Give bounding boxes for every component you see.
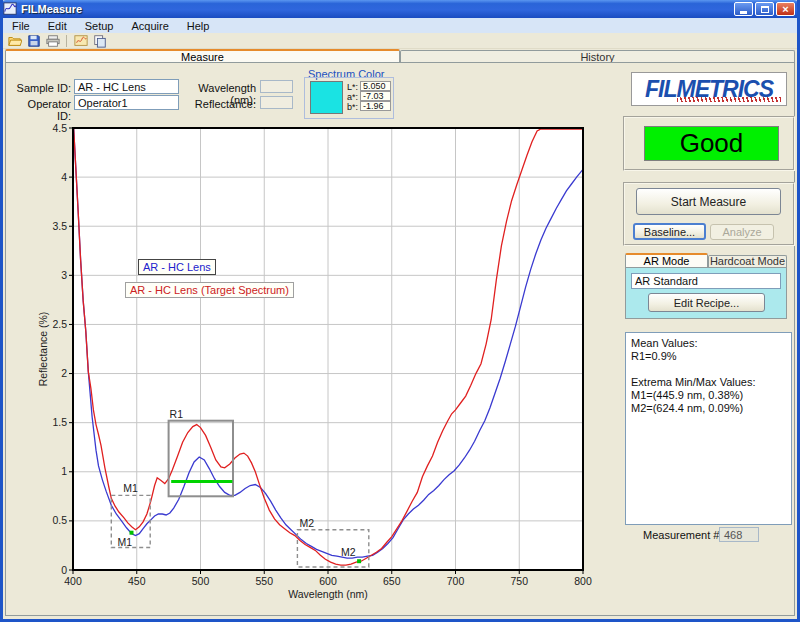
recipe-input[interactable]: AR Standard — [631, 273, 781, 289]
tab-ar-mode[interactable]: AR Mode — [625, 253, 708, 267]
svg-text:M1: M1 — [118, 536, 133, 548]
menu-item-acquire[interactable]: Acquire — [122, 20, 177, 32]
app-window: FILMeasure × FileEditSetupAcquireHelp Me… — [0, 0, 800, 622]
spectrum-plot[interactable]: M1R1M2M1M240045050055060065070075080000.… — [33, 115, 603, 605]
lab-b-label: b*: — [344, 102, 358, 112]
svg-text:450: 450 — [128, 575, 146, 587]
svg-text:700: 700 — [447, 575, 465, 587]
svg-text:2: 2 — [61, 367, 67, 379]
svg-text:500: 500 — [192, 575, 210, 587]
close-button[interactable]: × — [776, 2, 795, 16]
measurement-number-field: 468 — [719, 527, 759, 542]
svg-text:1: 1 — [61, 465, 67, 477]
legend-target: AR - HC Lens (Target Spectrum) — [125, 282, 294, 298]
spectrum-chart: M1R1M2M1M240045050055060065070075080000.… — [33, 115, 603, 605]
svg-text:Wavelength (nm): Wavelength (nm) — [288, 588, 368, 600]
svg-text:800: 800 — [574, 575, 592, 587]
svg-text:3.5: 3.5 — [52, 220, 67, 232]
toolbar-separator — [66, 35, 67, 47]
svg-text:4.5: 4.5 — [52, 122, 67, 134]
menu-item-edit[interactable]: Edit — [39, 20, 76, 32]
logo-hatch-decoration — [677, 97, 781, 102]
results-box: Mean Values: R1=0.9% Extrema Min/Max Val… — [625, 332, 792, 525]
operator-id-input[interactable]: Operator1 — [74, 95, 179, 110]
acquire-reference-icon[interactable] — [72, 33, 89, 48]
menu-item-setup[interactable]: Setup — [76, 20, 123, 32]
menu-item-help[interactable]: Help — [178, 20, 219, 32]
copy-to-clipboard-icon[interactable] — [91, 33, 108, 48]
tab-hardcoat-mode[interactable]: Hardcoat Mode — [708, 255, 787, 267]
app-icon — [3, 2, 17, 16]
reflectance-label: Reflectance: — [181, 98, 256, 110]
svg-text:550: 550 — [255, 575, 273, 587]
sample-id-label: Sample ID: — [11, 82, 71, 94]
title-bar[interactable]: FILMeasure × — [0, 0, 800, 18]
svg-text:R1: R1 — [170, 408, 184, 420]
print-icon[interactable] — [44, 33, 61, 48]
main-tabs: Measure History — [5, 49, 795, 63]
toolbar — [3, 33, 797, 49]
sample-id-input[interactable]: AR - HC Lens — [74, 79, 179, 94]
tab-measure[interactable]: Measure — [5, 49, 400, 63]
restore-button[interactable] — [755, 2, 774, 16]
svg-text:M2: M2 — [341, 546, 356, 558]
svg-text:650: 650 — [383, 575, 401, 587]
lab-l-label: L*: — [344, 82, 358, 92]
legend-measured: AR - HC Lens — [138, 259, 216, 275]
baseline-button[interactable]: Baseline... — [633, 223, 706, 240]
filmetrics-logo: FILMETRICS — [631, 72, 787, 106]
spectrum-color-swatch — [310, 81, 343, 114]
svg-text:0.5: 0.5 — [52, 514, 67, 526]
svg-text:M1: M1 — [123, 482, 138, 494]
svg-text:3: 3 — [61, 269, 67, 281]
svg-text:1.5: 1.5 — [52, 416, 67, 428]
svg-text:M2: M2 — [299, 517, 314, 529]
wavelength-readout — [260, 80, 293, 93]
svg-text:4: 4 — [61, 171, 67, 183]
minimize-button[interactable] — [734, 2, 753, 16]
measurement-number-label: Measurement # — [643, 529, 719, 541]
window-title: FILMeasure — [21, 3, 82, 15]
lab-a-value: -7.03 — [360, 91, 391, 101]
save-file-icon[interactable] — [25, 33, 42, 48]
lab-a-label: a*: — [344, 92, 358, 102]
edit-recipe-button[interactable]: Edit Recipe... — [648, 293, 765, 312]
analyze-button: Analyze — [710, 224, 774, 240]
svg-text:2.5: 2.5 — [52, 318, 67, 330]
menu-bar: FileEditSetupAcquireHelp — [3, 18, 797, 33]
menu-item-file[interactable]: File — [3, 20, 39, 32]
open-file-icon[interactable] — [6, 33, 23, 48]
reflectance-readout — [260, 96, 293, 109]
status-indicator: Good — [644, 126, 779, 161]
svg-text:Reflectance (%): Reflectance (%) — [37, 312, 49, 387]
lab-l-value: 5.050 — [360, 81, 391, 91]
lab-b-value: -1.96 — [360, 101, 391, 111]
svg-text:750: 750 — [510, 575, 528, 587]
start-measure-button[interactable]: Start Measure — [636, 188, 781, 215]
svg-text:0: 0 — [61, 564, 67, 576]
svg-text:400: 400 — [64, 575, 82, 587]
svg-text:600: 600 — [319, 575, 337, 587]
